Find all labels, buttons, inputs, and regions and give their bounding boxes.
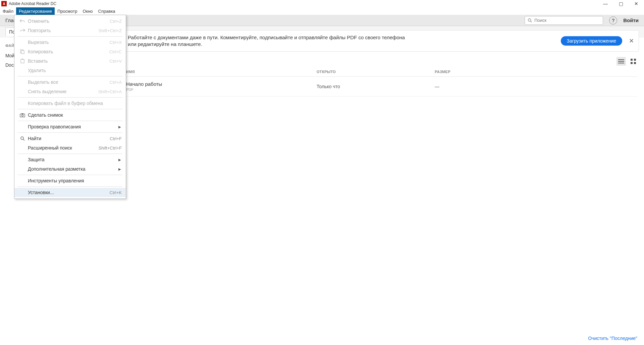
- close-button[interactable]: ✕: [629, 0, 644, 7]
- camera-icon: [18, 113, 26, 117]
- col-opened[interactable]: ОТКРЫТО: [317, 70, 435, 74]
- menu-help[interactable]: Справка: [96, 7, 118, 15]
- search-input[interactable]: [534, 18, 600, 23]
- submenu-arrow-icon: ▶: [118, 158, 121, 162]
- window-title: Adobe Acrobat Reader DC: [9, 1, 56, 6]
- menuitem-redo[interactable]: Повторить Shift+Ctrl+Z: [14, 26, 126, 35]
- promo-banner: Работайте с документами даже в пути. Ком…: [101, 30, 639, 52]
- undo-icon: [18, 19, 26, 23]
- menuitem-copy[interactable]: Копировать Ctrl+C: [14, 47, 126, 56]
- submenu-arrow-icon: ▶: [118, 125, 121, 129]
- svg-rect-12: [22, 59, 23, 60]
- svg-rect-5: [631, 59, 633, 61]
- banner-text: Работайте с документами даже в пути. Ком…: [128, 34, 555, 48]
- grid-view-button[interactable]: [629, 57, 638, 66]
- svg-rect-6: [634, 59, 636, 61]
- svg-rect-11: [21, 59, 24, 63]
- menu-window[interactable]: Окно: [80, 7, 95, 15]
- menuitem-delete[interactable]: Удалить: [14, 66, 126, 75]
- login-button[interactable]: Войти: [623, 17, 639, 23]
- menuitem-spellcheck[interactable]: Проверка правописания ▶: [14, 122, 126, 131]
- menu-edit[interactable]: Редактирование: [16, 7, 55, 15]
- list-view-button[interactable]: [616, 57, 626, 66]
- search-icon: [528, 18, 532, 23]
- titlebar: A Adobe Acrobat Reader DC — ▢ ✕: [0, 0, 644, 7]
- menu-file[interactable]: Файл: [0, 7, 16, 15]
- svg-rect-7: [631, 62, 633, 64]
- svg-rect-8: [634, 62, 636, 64]
- menuitem-deselect[interactable]: Снять выделение Shift+Ctrl+A: [14, 87, 126, 96]
- table-row[interactable]: Начало работы PDF Только что —: [101, 78, 637, 97]
- menuitem-find[interactable]: Найти Ctrl+F: [14, 134, 126, 143]
- menuitem-copyfile[interactable]: Копировать файл в буфер обмена: [14, 99, 126, 108]
- menuitem-accessibility[interactable]: Дополнительная разметка ▶: [14, 164, 126, 174]
- col-name[interactable]: ИМЯ: [126, 70, 317, 74]
- svg-point-16: [21, 137, 23, 139]
- maximize-button[interactable]: ▢: [613, 0, 629, 7]
- menuitem-selectall[interactable]: Выделить все Ctrl+A: [14, 77, 126, 87]
- edit-menu-dropdown: Отменить Ctrl+Z Повторить Shift+Ctrl+Z В…: [14, 15, 126, 199]
- svg-point-0: [528, 18, 531, 21]
- menuitem-undo[interactable]: Отменить Ctrl+Z: [14, 16, 126, 26]
- view-toggle: [616, 57, 638, 66]
- minimize-button[interactable]: —: [598, 0, 613, 7]
- svg-point-14: [22, 115, 23, 116]
- search-icon: [18, 136, 26, 141]
- svg-rect-10: [21, 51, 24, 54]
- search-box[interactable]: [525, 16, 603, 25]
- menu-view[interactable]: Просмотр: [55, 7, 80, 15]
- menuitem-protect[interactable]: Защита ▶: [14, 155, 126, 164]
- app-icon: A: [1, 1, 7, 6]
- menuitem-cut[interactable]: Вырезать Ctrl+X: [14, 38, 126, 47]
- copy-icon: [18, 49, 26, 54]
- redo-icon: [18, 28, 26, 33]
- menuitem-tools[interactable]: Инструменты управления: [14, 176, 126, 185]
- submenu-arrow-icon: ▶: [118, 167, 121, 171]
- svg-line-1: [531, 21, 532, 22]
- menuitem-preferences[interactable]: Установки... Ctrl+K: [14, 188, 126, 197]
- col-size[interactable]: РАЗМЕР: [435, 70, 637, 74]
- menubar: Файл Редактирование Просмотр Окно Справк…: [0, 7, 644, 15]
- menuitem-paste[interactable]: Вставить Ctrl+V: [14, 56, 126, 66]
- table-header: ИМЯ ОТКРЫТО РАЗМЕР: [126, 70, 637, 77]
- banner-close-button[interactable]: ✕: [629, 37, 634, 45]
- clear-recent-link[interactable]: Очистить "Последние": [588, 336, 637, 341]
- paste-icon: [18, 59, 26, 63]
- download-app-button[interactable]: Загрузить приложение: [561, 36, 622, 46]
- file-size: —: [435, 84, 637, 89]
- menuitem-advfind[interactable]: Расширенный поиск Shift+Ctrl+F: [14, 143, 126, 153]
- help-button[interactable]: ?: [609, 16, 617, 24]
- file-opened: Только что: [317, 84, 435, 89]
- menuitem-snapshot[interactable]: Сделать снимок: [14, 110, 126, 120]
- svg-line-17: [23, 139, 24, 140]
- file-type: PDF: [126, 88, 317, 92]
- svg-rect-15: [21, 113, 23, 114]
- file-name: Начало работы: [126, 81, 317, 87]
